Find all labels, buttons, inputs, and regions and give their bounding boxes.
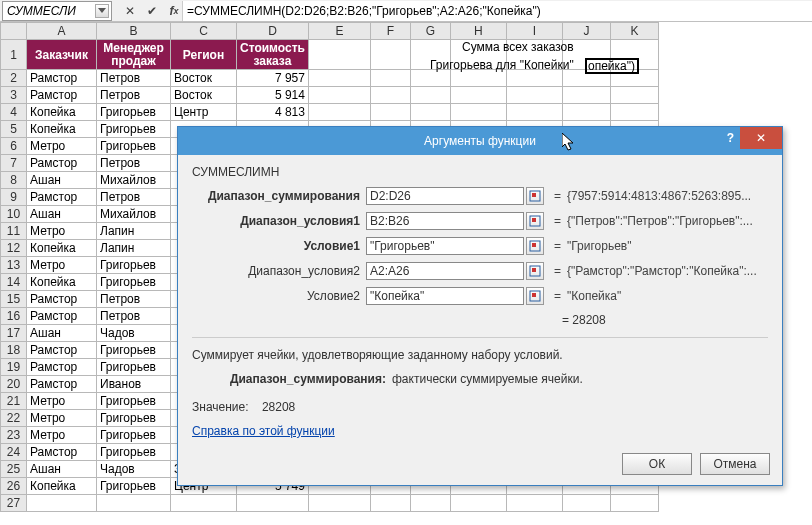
- header-cell-C[interactable]: Регион: [171, 40, 237, 70]
- row-header-16[interactable]: 16: [1, 308, 27, 325]
- row-header-18[interactable]: 18: [1, 342, 27, 359]
- cell-A8[interactable]: Ашан: [27, 172, 97, 189]
- cell-B23[interactable]: Григорьев: [97, 427, 171, 444]
- col-header-I[interactable]: I: [506, 23, 562, 40]
- cell-I3[interactable]: [506, 87, 562, 104]
- cell-A10[interactable]: Ашан: [27, 206, 97, 223]
- cell-A15[interactable]: Рамстор: [27, 291, 97, 308]
- col-header-H[interactable]: H: [450, 23, 506, 40]
- cell-C3[interactable]: Восток: [171, 87, 237, 104]
- cell-B11[interactable]: Лапин: [97, 223, 171, 240]
- cell-B21[interactable]: Григорьев: [97, 393, 171, 410]
- row-header-12[interactable]: 12: [1, 240, 27, 257]
- row-header-5[interactable]: 5: [1, 121, 27, 138]
- cell-A4[interactable]: Копейка: [27, 104, 97, 121]
- cell-B19[interactable]: Григорьев: [97, 359, 171, 376]
- cell-B22[interactable]: Григорьев: [97, 410, 171, 427]
- row-header-22[interactable]: 22: [1, 410, 27, 427]
- row-header-10[interactable]: 10: [1, 206, 27, 223]
- cell-A23[interactable]: Метро: [27, 427, 97, 444]
- cell-F27[interactable]: [370, 495, 410, 512]
- cell-B15[interactable]: Петров: [97, 291, 171, 308]
- cell-B8[interactable]: Михайлов: [97, 172, 171, 189]
- col-header-J[interactable]: J: [562, 23, 610, 40]
- cell-B10[interactable]: Михайлов: [97, 206, 171, 223]
- col-header-B[interactable]: B: [97, 23, 171, 40]
- cell-J27[interactable]: [562, 495, 610, 512]
- cell-K27[interactable]: [610, 495, 658, 512]
- cell-A11[interactable]: Метро: [27, 223, 97, 240]
- cell-J3[interactable]: [562, 87, 610, 104]
- cell-D4[interactable]: 4 813: [237, 104, 309, 121]
- row-header-14[interactable]: 14: [1, 274, 27, 291]
- row-header-9[interactable]: 9: [1, 189, 27, 206]
- cell-B26[interactable]: Григорьев: [97, 478, 171, 495]
- cell-A14[interactable]: Копейка: [27, 274, 97, 291]
- range-select-button-1[interactable]: [526, 212, 544, 230]
- cell-E2[interactable]: [308, 70, 370, 87]
- function-help-link[interactable]: Справка по этой функции: [192, 424, 335, 438]
- row-header-26[interactable]: 26: [1, 478, 27, 495]
- cell-C27[interactable]: [171, 495, 237, 512]
- cell-A20[interactable]: Рамстор: [27, 376, 97, 393]
- cell-A16[interactable]: Рамстор: [27, 308, 97, 325]
- row-header-2[interactable]: 2: [1, 70, 27, 87]
- fx-icon[interactable]: fx: [166, 3, 182, 19]
- row-header-13[interactable]: 13: [1, 257, 27, 274]
- cell-G4[interactable]: [410, 104, 450, 121]
- cell-F3[interactable]: [370, 87, 410, 104]
- row-header-25[interactable]: 25: [1, 461, 27, 478]
- cell-G27[interactable]: [410, 495, 450, 512]
- row-header-15[interactable]: 15: [1, 291, 27, 308]
- ok-button[interactable]: ОК: [622, 453, 692, 475]
- cell-I4[interactable]: [506, 104, 562, 121]
- cell-B25[interactable]: Чадов: [97, 461, 171, 478]
- cell-D27[interactable]: [237, 495, 309, 512]
- cell-F4[interactable]: [370, 104, 410, 121]
- cell-A3[interactable]: Рамстор: [27, 87, 97, 104]
- arg-input-4[interactable]: "Копейка": [366, 287, 524, 305]
- cell-B6[interactable]: Григорьев: [97, 138, 171, 155]
- name-box-dropdown[interactable]: [95, 4, 109, 18]
- cell-A24[interactable]: Рамстор: [27, 444, 97, 461]
- cell-F2[interactable]: [370, 70, 410, 87]
- row-header-7[interactable]: 7: [1, 155, 27, 172]
- cell-B17[interactable]: Чадов: [97, 325, 171, 342]
- col-header-A[interactable]: A: [27, 23, 97, 40]
- cell-E3[interactable]: [308, 87, 370, 104]
- cell-A18[interactable]: Рамстор: [27, 342, 97, 359]
- cell-B18[interactable]: Григорьев: [97, 342, 171, 359]
- name-box[interactable]: СУММЕСЛИ: [2, 1, 112, 21]
- cell-B27[interactable]: [97, 495, 171, 512]
- row-header-21[interactable]: 21: [1, 393, 27, 410]
- cell-B7[interactable]: Петров: [97, 155, 171, 172]
- col-header-K[interactable]: K: [610, 23, 658, 40]
- row-header-1[interactable]: 1: [1, 40, 27, 70]
- header-cell-B[interactable]: Менеджер продаж: [97, 40, 171, 70]
- col-header-G[interactable]: G: [410, 23, 450, 40]
- cancel-button[interactable]: Отмена: [700, 453, 770, 475]
- col-header-D[interactable]: D: [237, 23, 309, 40]
- cell-A12[interactable]: Копейка: [27, 240, 97, 257]
- header-cell-A[interactable]: Заказчик: [27, 40, 97, 70]
- cell-C2[interactable]: Восток: [171, 70, 237, 87]
- row-header-20[interactable]: 20: [1, 376, 27, 393]
- arg-input-2[interactable]: "Григорьев": [366, 237, 524, 255]
- row-header-19[interactable]: 19: [1, 359, 27, 376]
- cell-A25[interactable]: Ашан: [27, 461, 97, 478]
- cell-K4[interactable]: [610, 104, 658, 121]
- cell-E4[interactable]: [308, 104, 370, 121]
- row-header-17[interactable]: 17: [1, 325, 27, 342]
- cell-G2[interactable]: [410, 70, 450, 87]
- cell-B4[interactable]: Григорьев: [97, 104, 171, 121]
- row-header-27[interactable]: 27: [1, 495, 27, 512]
- cell-D2[interactable]: 7 957: [237, 70, 309, 87]
- cell-I27[interactable]: [506, 495, 562, 512]
- cell-B14[interactable]: Григорьев: [97, 274, 171, 291]
- cell-E27[interactable]: [308, 495, 370, 512]
- col-header-C[interactable]: C: [171, 23, 237, 40]
- row-header-4[interactable]: 4: [1, 104, 27, 121]
- cell-E1[interactable]: [308, 40, 370, 70]
- range-select-button-0[interactable]: [526, 187, 544, 205]
- cell-A5[interactable]: Копейка: [27, 121, 97, 138]
